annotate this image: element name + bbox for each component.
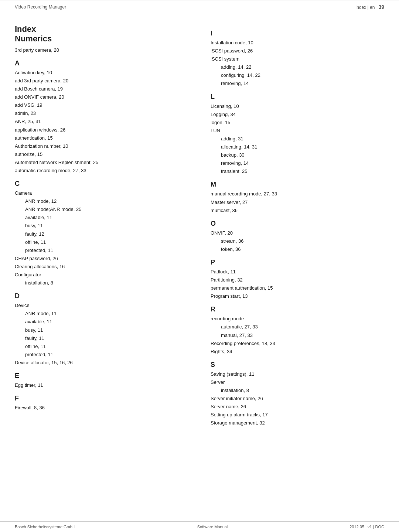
list-item: Device <box>15 301 188 310</box>
list-item: Rights, 34 <box>211 348 384 356</box>
list-item: Clearing allocations, 16 <box>15 263 188 271</box>
list-item: faulty, 12 <box>15 230 188 238</box>
list-item: stream, 36 <box>211 237 384 245</box>
list-item: automatic, 27, 33 <box>211 323 384 331</box>
left-column: Index Numerics 3rd party camera, 20 AAct… <box>15 24 188 427</box>
list-item: Activation key, 10 <box>15 69 188 77</box>
header-document-title: Video Recording Manager <box>15 4 66 10</box>
list-item: Saving (settings), 11 <box>211 370 384 378</box>
list-item: Program start, 13 <box>211 292 384 300</box>
list-item: adding, 14, 22 <box>211 63 384 71</box>
list-item: configuring, 14, 22 <box>211 71 384 79</box>
list-item: Device allocator, 15, 16, 26 <box>15 359 188 367</box>
list-item: authorize, 15 <box>15 150 188 158</box>
footer-company: Bosch Sicherheitssysteme GmbH <box>15 525 75 529</box>
list-item: protected, 11 <box>15 351 188 359</box>
list-item: Setting up alarm tracks, 17 <box>211 411 384 419</box>
section-letter-i: I <box>211 30 384 37</box>
list-item: Configurator <box>15 271 188 279</box>
list-item: installation, 8 <box>211 386 384 395</box>
list-item: ANR mode, 11 <box>15 310 188 318</box>
page-header: Video Recording Manager Index | en 39 <box>0 0 399 13</box>
list-item: multicast, 36 <box>211 207 384 215</box>
list-item: offline, 11 <box>15 238 188 246</box>
list-item: Storage management, 32 <box>211 419 384 427</box>
section-letter-l: L <box>211 93 384 101</box>
section-letter-f: F <box>15 395 188 402</box>
list-item: Firewall, 8, 36 <box>15 404 188 412</box>
list-item: iSCSI system <box>211 55 384 63</box>
list-item: add 3rd party camera, 20 <box>15 77 188 85</box>
section-letter-a: A <box>15 59 188 67</box>
footer-document-type: Software Manual <box>197 525 228 529</box>
list-item: ONVIF, 20 <box>211 229 384 237</box>
list-item: Server name, 26 <box>211 403 384 411</box>
right-column: IInstallation code, 10iSCSI password, 26… <box>211 24 384 427</box>
list-item: 3rd party camera, 20 <box>15 46 188 54</box>
list-item: logon, 15 <box>211 119 384 127</box>
list-item: LUN <box>211 127 384 135</box>
list-item: add VSG, 19 <box>15 101 188 109</box>
list-item: admin, 23 <box>15 109 188 117</box>
section-letter-o: O <box>211 220 384 228</box>
section-letter-c: C <box>15 180 188 188</box>
list-item: installation, 8 <box>15 279 188 287</box>
list-item: busy, 11 <box>15 222 188 230</box>
section-letter-r: R <box>211 306 384 313</box>
list-item: offline, 11 <box>15 342 188 351</box>
list-item: ANR, 25, 31 <box>15 117 188 126</box>
list-item: Egg timer, 11 <box>15 381 188 389</box>
list-item: Server <box>211 378 384 386</box>
list-item: add ONVIF camera, 20 <box>15 93 188 101</box>
page-footer: Bosch Sicherheitssysteme GmbH Software M… <box>0 521 399 532</box>
list-item: permanent authentication, 15 <box>211 284 384 292</box>
list-item: manual recording mode, 27, 33 <box>211 190 384 198</box>
header-section-label: Index | en <box>355 5 379 10</box>
list-item: Recording preferences, 18, 33 <box>211 340 384 348</box>
list-item: token, 36 <box>211 245 384 253</box>
list-item: Padlock, 11 <box>211 268 384 276</box>
list-item: add Bosch camera, 19 <box>15 85 188 93</box>
index-title: Index Numerics <box>15 24 188 44</box>
list-item: recording mode <box>211 315 384 323</box>
list-item: Partitioning, 32 <box>211 276 384 284</box>
list-item: available, 11 <box>15 214 188 222</box>
list-item: application windows, 26 <box>15 126 188 134</box>
list-item: authentication, 15 <box>15 134 188 142</box>
list-item: CHAP password, 26 <box>15 255 188 263</box>
list-item: automatic recording mode, 27, 33 <box>15 167 188 175</box>
list-item: allocating, 14, 31 <box>211 143 384 151</box>
list-item: ANR mode, 12 <box>15 197 188 205</box>
list-item: Installation code, 10 <box>211 39 384 47</box>
list-item: protected, 11 <box>15 246 188 255</box>
section-letter-e: E <box>15 372 188 380</box>
list-item: manual, 27, 33 <box>211 331 384 340</box>
list-item: Logging, 34 <box>211 110 384 119</box>
list-item: iSCSI password, 26 <box>211 47 384 55</box>
list-item: removing, 14 <box>211 159 384 167</box>
list-item: faulty, 11 <box>15 334 188 342</box>
section-letter-p: P <box>211 259 384 266</box>
list-item: Authorization number, 10 <box>15 142 188 150</box>
main-content: Index Numerics 3rd party camera, 20 AAct… <box>0 13 399 438</box>
list-item: ANR mode;ANR mode, 25 <box>15 205 188 214</box>
left-sections: AActivation key, 10add 3rd party camera,… <box>15 59 188 412</box>
section-letter-d: D <box>15 292 188 300</box>
list-item: transient, 25 <box>211 167 384 175</box>
page-number: 39 <box>378 4 384 10</box>
section-letter-s: S <box>211 361 384 369</box>
list-item: Server initiator name, 26 <box>211 395 384 403</box>
list-item: Camera <box>15 189 188 197</box>
numerics-entries: 3rd party camera, 20 <box>15 46 188 54</box>
list-item: Automated Network Replenishment, 25 <box>15 158 188 167</box>
list-item: available, 11 <box>15 318 188 326</box>
list-item: adding, 31 <box>211 135 384 143</box>
footer-version: 2012.05 | v1 | DOC <box>349 525 384 529</box>
section-letter-m: M <box>211 181 384 188</box>
right-sections: IInstallation code, 10iSCSI password, 26… <box>211 30 384 427</box>
list-item: Master server, 27 <box>211 198 384 207</box>
header-page-info: Index | en 39 <box>355 4 384 10</box>
list-item: Licensing, 10 <box>211 102 384 110</box>
list-item: backup, 30 <box>211 151 384 159</box>
list-item: busy, 11 <box>15 326 188 334</box>
